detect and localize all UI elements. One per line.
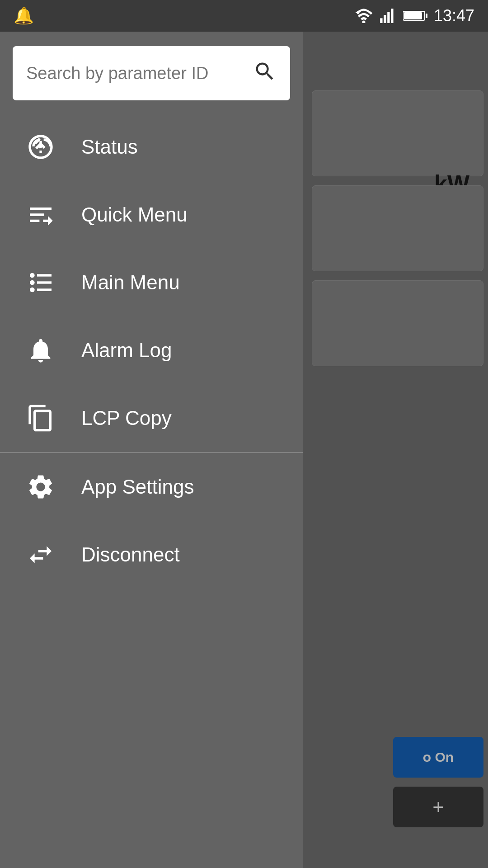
bell-icon <box>23 336 59 365</box>
main-menu-icon <box>23 268 59 297</box>
sidebar-item-lcp-copy[interactable]: LCP Copy <box>0 384 303 452</box>
svg-rect-13 <box>37 288 52 291</box>
gear-icon <box>23 472 59 501</box>
sidebar-item-main-menu[interactable]: Main Menu <box>0 249 303 316</box>
svg-rect-6 <box>404 12 422 19</box>
svg-rect-4 <box>391 9 393 23</box>
status-label: Status <box>81 136 138 158</box>
menu-items-list: Status Quick Menu <box>0 113 303 868</box>
svg-rect-1 <box>380 18 382 23</box>
svg-point-10 <box>30 288 35 292</box>
battery-icon <box>403 9 427 22</box>
svg-rect-12 <box>37 281 52 283</box>
svg-point-9 <box>30 280 35 285</box>
quick-menu-label: Quick Menu <box>81 203 188 226</box>
sidebar-item-quick-menu[interactable]: Quick Menu <box>0 181 303 249</box>
app-settings-label: App Settings <box>81 476 194 498</box>
svg-rect-2 <box>384 15 386 23</box>
svg-rect-11 <box>37 274 52 276</box>
disconnect-label: Disconnect <box>81 543 180 566</box>
wifi-icon <box>354 9 373 23</box>
sidebar-item-app-settings[interactable]: App Settings <box>0 453 303 521</box>
search-bar[interactable] <box>13 46 290 100</box>
sidebar-item-status[interactable]: Status <box>0 113 303 181</box>
search-icon[interactable] <box>253 60 277 87</box>
clock: 13:47 <box>434 6 474 25</box>
svg-point-0 <box>362 21 365 24</box>
svg-rect-7 <box>426 14 427 18</box>
notification-area: 🔔 <box>14 6 34 25</box>
system-icons: 13:47 <box>354 6 474 25</box>
alarm-log-label: Alarm Log <box>81 339 172 362</box>
lcp-copy-label: LCP Copy <box>81 407 172 429</box>
notification-bell-icon: 🔔 <box>14 6 34 25</box>
svg-point-8 <box>30 273 35 278</box>
navigation-drawer: Status Quick Menu <box>0 32 303 868</box>
svg-rect-3 <box>387 12 389 23</box>
sidebar-item-disconnect[interactable]: Disconnect <box>0 521 303 589</box>
search-input[interactable] <box>26 64 253 83</box>
quick-menu-icon <box>23 200 59 229</box>
arrows-icon <box>23 540 59 569</box>
main-menu-label: Main Menu <box>81 271 180 294</box>
signal-icon <box>380 9 397 23</box>
status-bar: 🔔 13:47 <box>0 0 488 32</box>
speedometer-icon <box>23 132 59 161</box>
copy-icon <box>23 404 59 433</box>
sidebar-item-alarm-log[interactable]: Alarm Log <box>0 316 303 384</box>
